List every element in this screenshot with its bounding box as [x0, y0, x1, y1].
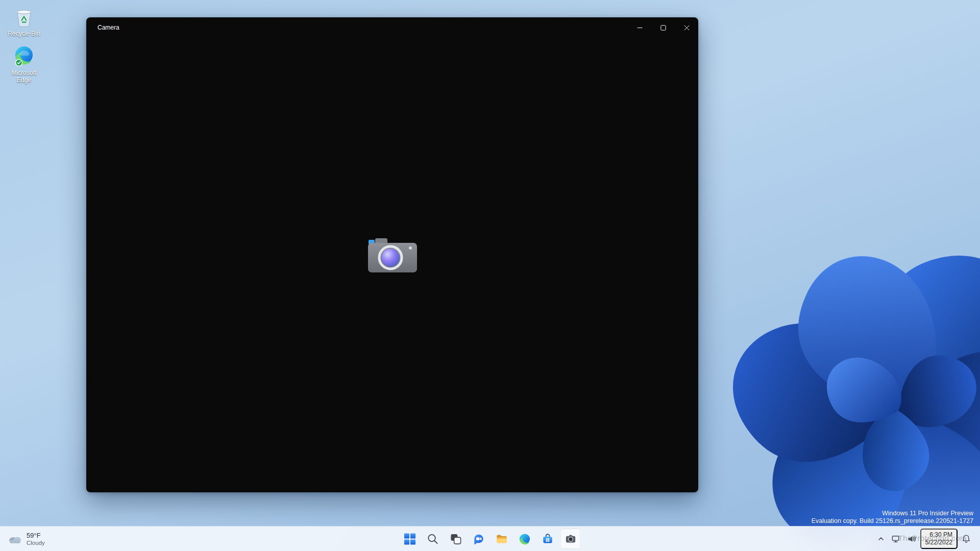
desktop: Recycle Bin Microsoft Edge Wi	[0, 0, 980, 551]
notification-bell-button[interactable]	[959, 529, 974, 549]
network-tray-button[interactable]	[889, 529, 903, 549]
microsoft-edge-icon	[12, 44, 36, 68]
camera-app-button[interactable]	[560, 529, 581, 549]
desktop-icon-list: Recycle Bin Microsoft Edge	[2, 5, 46, 84]
watermark-edition: Windows 11 Pro Insider Preview	[812, 510, 973, 517]
hidden-icons-chevron-button[interactable]	[874, 529, 888, 549]
search-button[interactable]	[423, 529, 443, 549]
weather-temperature: 59°F	[27, 532, 45, 539]
store-button[interactable]	[537, 529, 558, 549]
camera-placeholder-icon	[368, 235, 418, 275]
volume-icon	[907, 534, 917, 544]
wallpaper-bloom	[694, 191, 980, 551]
minimize-icon	[637, 25, 643, 31]
clock-time: 6:30 PM	[929, 531, 952, 539]
desktop-icon-label: Microsoft Edge	[4, 69, 44, 84]
insider-build-watermark: Windows 11 Pro Insider Preview Evaluatio…	[812, 510, 973, 525]
desktop-icon-label: Recycle Bin	[8, 30, 40, 37]
desktop-icon-microsoft-edge[interactable]: Microsoft Edge	[2, 44, 46, 84]
search-icon	[426, 533, 439, 545]
window-controls	[628, 17, 698, 38]
chat-icon	[472, 533, 485, 545]
close-icon	[684, 25, 690, 31]
start-button[interactable]	[400, 529, 420, 549]
edge-icon	[518, 533, 531, 545]
file-explorer-button[interactable]	[492, 529, 512, 549]
taskbar: 59°F Cloudy	[0, 526, 980, 551]
network-icon	[891, 534, 901, 544]
camera-window: Camera	[86, 17, 698, 492]
minimize-button[interactable]	[628, 17, 651, 38]
weather-widget-button[interactable]: 59°F Cloudy	[1, 528, 51, 550]
camera-taskbar-icon	[564, 533, 577, 545]
camera-viewfinder	[86, 38, 698, 472]
desktop-icon-recycle-bin[interactable]: Recycle Bin	[2, 5, 46, 37]
maximize-button[interactable]	[651, 17, 675, 38]
recycle-bin-icon	[12, 5, 36, 29]
system-tray: 6:30 PM 5/22/2022	[874, 527, 980, 551]
clock-date: 5/22/2022	[925, 539, 952, 546]
edge-button[interactable]	[514, 529, 535, 549]
clock-tray-button[interactable]: 6:30 PM 5/22/2022	[920, 529, 958, 549]
volume-tray-button[interactable]	[904, 529, 919, 549]
cloudy-weather-icon	[7, 533, 22, 544]
window-title: Camera	[86, 24, 628, 31]
close-button[interactable]	[675, 17, 698, 38]
file-explorer-icon	[495, 533, 508, 545]
store-icon	[541, 533, 554, 545]
chat-button[interactable]	[469, 529, 489, 549]
start-icon	[403, 533, 416, 545]
task-view-button[interactable]	[446, 529, 466, 549]
weather-condition: Cloudy	[27, 539, 45, 546]
camera-titlebar[interactable]: Camera	[86, 17, 698, 38]
weather-text: 59°F Cloudy	[27, 532, 45, 546]
taskbar-app-buttons	[400, 527, 581, 551]
notification-bell-icon	[961, 534, 971, 544]
chevron-up-icon	[877, 535, 885, 543]
maximize-icon	[660, 25, 666, 31]
watermark-build: Evaluation copy. Build 25126.rs_prerelea…	[812, 517, 973, 525]
task-view-icon	[449, 533, 462, 545]
